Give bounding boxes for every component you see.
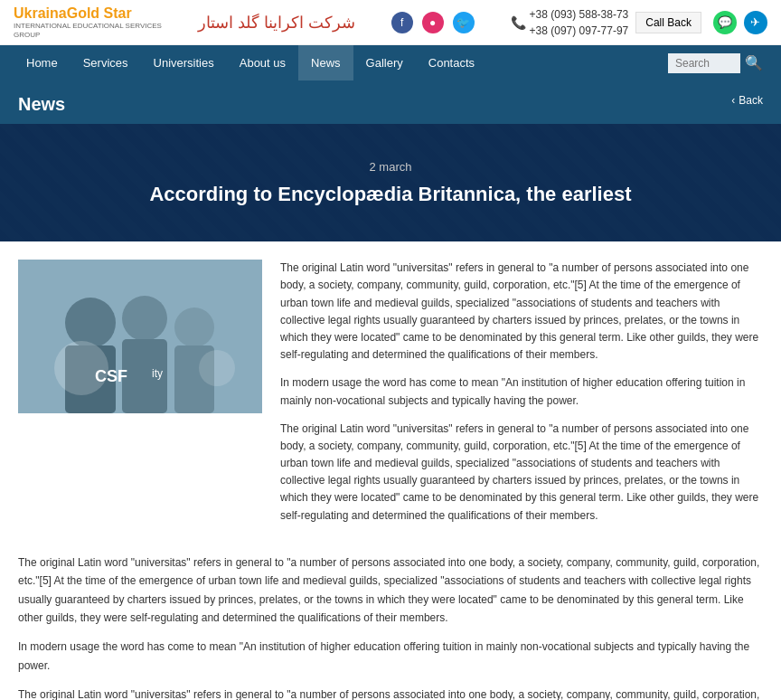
logo-subtitle: INTERNATIONAL EDUCATIONAL SERVICES GROUP <box>14 22 162 39</box>
svg-point-5 <box>174 307 214 347</box>
svg-point-1 <box>65 298 116 348</box>
social-links: f ● 🐦 <box>391 12 475 33</box>
phone-icon: 📞 <box>511 15 526 30</box>
nav-universities[interactable]: Universities <box>141 45 227 80</box>
back-button[interactable]: ‹ Back <box>731 94 763 107</box>
logo-text: UkrainaGold Star <box>14 5 162 22</box>
twitter-icon[interactable]: 🐦 <box>453 12 475 33</box>
article-title: According to Encyclopædia Britannica, th… <box>149 183 631 206</box>
para-1: The original Latin word "universitas" re… <box>280 260 763 364</box>
main-nav: Home Services Universities About us News… <box>0 45 781 80</box>
header: UkrainaGold Star INTERNATIONAL EDUCATION… <box>0 0 781 45</box>
full-para-3: The original Latin word "universitas" re… <box>18 686 763 700</box>
full-para-2: In modern usage the word has come to mea… <box>18 638 763 675</box>
svg-point-3 <box>122 296 167 341</box>
chevron-left-icon: ‹ <box>731 94 735 107</box>
facebook-icon[interactable]: f <box>391 12 413 33</box>
hero-banner: 2 march According to Encyclopædia Britan… <box>0 124 781 241</box>
back-label: Back <box>739 94 763 107</box>
article-image: CSF ity <box>18 260 262 413</box>
svg-text:ity: ity <box>152 367 163 380</box>
arabic-brand-name: شرکت اکراینا گلد استار <box>198 13 355 33</box>
nav-contacts[interactable]: Contacts <box>416 45 487 80</box>
article-content: CSF ity The original Latin word "univers… <box>0 241 781 700</box>
whatsapp-icon[interactable]: 💬 <box>713 11 737 34</box>
contact-numbers: +38 (093) 588-38-73 +38 (097) 097-77-97 <box>530 6 629 39</box>
article-full-text: The original Latin word "universitas" re… <box>18 553 763 700</box>
para-3: The original Latin word "universitas" re… <box>280 421 763 525</box>
instagram-icon[interactable]: ● <box>422 12 444 33</box>
page-title: News <box>18 94 763 115</box>
call-back-button[interactable]: Call Back <box>635 12 701 33</box>
nav-news[interactable]: News <box>298 45 353 80</box>
svg-text:CSF: CSF <box>95 367 127 385</box>
search-area: 🔍 <box>668 53 767 73</box>
search-input[interactable] <box>668 53 740 73</box>
telegram-icon[interactable]: ✈ <box>744 11 767 34</box>
nav-services[interactable]: Services <box>71 45 141 80</box>
content-grid: CSF ity The original Latin word "univers… <box>18 260 763 535</box>
nav-about[interactable]: About us <box>227 45 298 80</box>
page-header: News ‹ Back <box>0 80 781 124</box>
nav-gallery[interactable]: Gallery <box>353 45 416 80</box>
full-para-1: The original Latin word "universitas" re… <box>18 553 763 628</box>
article-date: 2 march <box>370 160 412 174</box>
logo: UkrainaGold Star INTERNATIONAL EDUCATION… <box>14 5 162 39</box>
nav-home[interactable]: Home <box>14 45 71 80</box>
article-sidebar-text: The original Latin word "universitas" re… <box>280 260 763 535</box>
svg-rect-6 <box>174 345 214 413</box>
para-2: In modern usage the word has come to mea… <box>280 374 763 409</box>
search-icon[interactable]: 🔍 <box>740 54 767 71</box>
